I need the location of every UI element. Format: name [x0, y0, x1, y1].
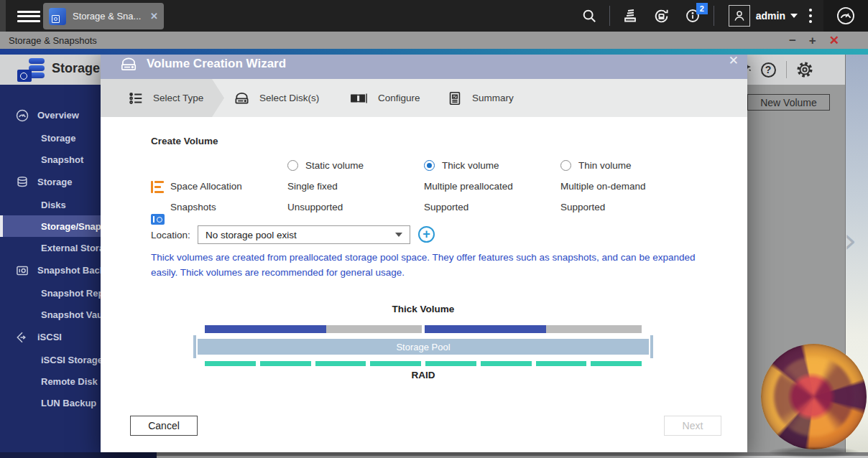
- raid-segment: [591, 361, 642, 366]
- topbar-divider: [714, 6, 714, 26]
- table-cell: Supported: [424, 202, 468, 212]
- sidebar-item-snapshot-replica[interactable]: Snapshot Replica: [0, 282, 101, 304]
- tab-close-icon[interactable]: ✕: [150, 11, 158, 22]
- sidebar-item-iscsi[interactable]: iSCSI: [0, 325, 101, 349]
- radio-icon: [424, 160, 435, 171]
- chevron-down-icon: [395, 233, 402, 237]
- sidebar-item-iscsi-storage[interactable]: iSCSI Storage: [0, 349, 101, 370]
- screen: Storage & Sna... ✕ 2 admin: [0, 0, 868, 458]
- raid-segment: [536, 361, 587, 366]
- dialog-title: Volume Creation Wizard: [147, 57, 286, 71]
- sidebar-item-label: Overview: [37, 110, 79, 121]
- background-tasks-button[interactable]: [614, 0, 646, 32]
- sidebar-item-label: Storage: [37, 177, 72, 187]
- volume-creation-wizard-dialog: Volume Creation Wizard ✕ Select Type Sel…: [101, 49, 747, 452]
- sidebar-item-disks[interactable]: Disks: [0, 194, 101, 215]
- sidebar-item-overview-snapshot[interactable]: Snapshot: [0, 149, 101, 170]
- admin-menu[interactable]: admin: [756, 10, 798, 22]
- storage-app-icon: [49, 8, 66, 25]
- radio-icon: [560, 160, 571, 171]
- radio-static-volume[interactable]: Static volume: [287, 160, 364, 171]
- gear-icon: [795, 60, 814, 79]
- qnap-swirl-logo: [761, 344, 867, 449]
- radio-thick-volume[interactable]: Thick volume: [424, 160, 499, 171]
- tab-label: Storage & Sna...: [73, 11, 147, 22]
- bottom-edge: [0, 452, 868, 458]
- wizard-steps: Select Type Select Disk(s) Configure Sum…: [101, 79, 747, 117]
- more-options-button[interactable]: [798, 0, 823, 32]
- notifications-button[interactable]: 2: [678, 0, 709, 32]
- location-label: Location:: [151, 230, 190, 240]
- user-avatar[interactable]: [729, 5, 750, 27]
- next-button[interactable]: Next: [664, 416, 721, 436]
- dialog-close-icon[interactable]: ✕: [729, 53, 739, 68]
- toolbar-divider: [786, 61, 787, 78]
- window-titlebar: Storage & Snapshots − + ✕: [0, 32, 868, 49]
- sidebar-nav: Overview Storage Snapshot Storage Disks …: [0, 85, 101, 452]
- search-icon: [581, 8, 597, 24]
- radio-thin-volume[interactable]: Thin volume: [560, 160, 632, 171]
- snapshot-icon: [14, 263, 30, 279]
- desktop-next-page-arrow[interactable]: ›: [844, 224, 857, 257]
- window-close-button[interactable]: ✕: [829, 34, 839, 47]
- notification-badge: 2: [696, 3, 708, 14]
- background-tasks-icon: [622, 7, 639, 24]
- table-cell: Supported: [560, 202, 605, 212]
- window-title: Storage & Snapshots: [9, 35, 776, 46]
- volume-bar: [205, 325, 422, 333]
- sidebar-item-external-storage[interactable]: External Storage: [0, 237, 101, 258]
- dashboard-button[interactable]: [823, 0, 868, 32]
- step-select-type[interactable]: Select Type: [101, 79, 224, 117]
- sidebar-item-overview[interactable]: Overview: [0, 103, 101, 127]
- pool-end-cap: [650, 335, 653, 358]
- sync-status-button[interactable]: [646, 0, 678, 32]
- help-button[interactable]: ?: [756, 57, 780, 82]
- location-select[interactable]: No storage pool exist: [198, 225, 410, 244]
- settings-button[interactable]: [793, 57, 817, 82]
- raid-segment: [481, 361, 532, 366]
- diagram-storage-pool-bar: Storage Pool: [198, 339, 649, 355]
- sidebar-item-snapshot-vault[interactable]: Snapshot Vault: [0, 304, 101, 325]
- snapshots-label: Snapshots: [170, 202, 216, 212]
- raid-segment: [315, 361, 366, 366]
- raid-segment: [370, 361, 421, 366]
- step-configure[interactable]: Configure: [350, 79, 420, 117]
- diagram-raid-label: RAID: [198, 370, 649, 380]
- main-menu-button[interactable]: [17, 8, 40, 24]
- space-allocation-icon: [151, 181, 165, 194]
- table-cell: Multiple preallocated: [424, 181, 513, 192]
- add-storage-pool-button[interactable]: +: [418, 226, 435, 243]
- diagram-volume-bars: [205, 325, 642, 333]
- sidebar-item-label: Snapshot Backup: [37, 265, 101, 276]
- search-button[interactable]: [573, 0, 605, 32]
- step-select-disks[interactable]: Select Disk(s): [234, 79, 319, 117]
- iscsi-icon: [14, 330, 30, 345]
- sidebar-item-snapshot-backup[interactable]: Snapshot Backup: [0, 258, 101, 282]
- pool-end-cap: [193, 335, 196, 358]
- topbar-left-strip: [0, 0, 6, 32]
- sidebar-item-overview-storage[interactable]: Storage: [0, 127, 101, 149]
- table-cell: Multiple on-demand: [560, 181, 646, 192]
- step-summary[interactable]: Summary: [447, 79, 514, 117]
- raid-segment: [425, 361, 476, 366]
- new-volume-button[interactable]: New Volume: [747, 94, 830, 111]
- sidebar-item-lun-backup[interactable]: LUN Backup: [0, 392, 101, 413]
- diagram-raid-segments: [205, 361, 642, 366]
- app-accent-strip: [0, 49, 868, 55]
- table-cell: Single fixed: [287, 181, 338, 192]
- dashboard-gauge-icon: [836, 6, 856, 26]
- sidebar-item-storage-snapshots[interactable]: Storage/Snapshots: [0, 215, 101, 237]
- diagram-volume-label: Thick Volume: [198, 304, 649, 314]
- radio-icon: [287, 160, 298, 171]
- app-tab-storage-snapshots[interactable]: Storage & Sna... ✕: [43, 3, 164, 29]
- select-type-icon: [128, 90, 144, 106]
- gauge-icon: [14, 108, 30, 123]
- sidebar-item-remote-disk[interactable]: Remote Disk: [0, 370, 101, 392]
- cancel-button[interactable]: Cancel: [130, 416, 198, 436]
- sync-icon: [652, 7, 670, 25]
- sidebar-item-storage[interactable]: Storage: [0, 170, 101, 194]
- window-maximize-button[interactable]: +: [809, 34, 816, 47]
- window-minimize-button[interactable]: −: [789, 34, 796, 47]
- user-icon: [732, 9, 747, 23]
- storage-snapshots-logo: [17, 57, 45, 83]
